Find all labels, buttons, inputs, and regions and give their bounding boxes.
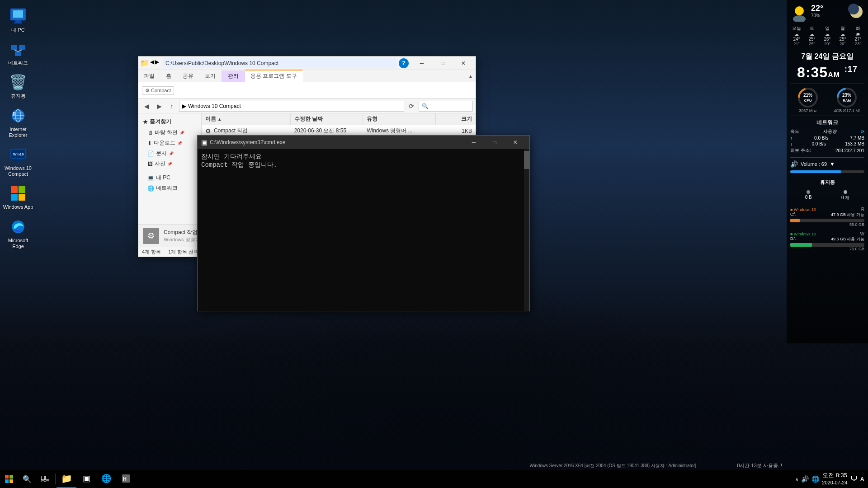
date-display: 7월 24일 금요일 (790, 52, 864, 61)
addr-up-btn[interactable]: ↑ (166, 101, 177, 112)
desktop-icon-msedge[interactable]: Microsoft Edge (0, 215, 36, 252)
col-date-header[interactable]: 수정한 날짜 (291, 113, 363, 125)
pin-icon-desktop[interactable]: 📌 (179, 131, 184, 135)
sidebar-item-network[interactable]: 🌐 네트워크 (138, 183, 201, 193)
desktop-icon-mypc[interactable]: 내 PC (0, 5, 36, 36)
drive-d-bar-bg (790, 243, 864, 247)
address-path[interactable]: ▶ Windows 10 Compact (179, 101, 404, 112)
tray-network-icon[interactable]: 🌐 (811, 475, 819, 483)
tray-volume-icon[interactable]: 🔊 (801, 475, 809, 483)
col-name-header[interactable]: 이름 ▲ (202, 113, 291, 125)
svg-rect-37 (41, 476, 45, 480)
network-refresh-icon[interactable]: ⟳ (861, 129, 864, 134)
mypc-sidebar-label: 내 PC (156, 174, 170, 182)
forecast-row: 오늘 ☁ 24° 21° 토 ☁ 25° 25° 일 ☁ 26° 20° 월 ☁… (790, 25, 864, 46)
volume-label: Volume : 69 (801, 161, 827, 167)
ribbon-collapse-btn[interactable]: ▲ (466, 74, 476, 79)
ribbon-tab-share[interactable]: 공유 (177, 70, 199, 82)
tray-expand-btn[interactable]: ∧ (795, 477, 798, 482)
external-ip-row: 외부 주소: 203.232.7.201 (790, 147, 864, 154)
cmd-maximize-btn[interactable]: □ (484, 136, 505, 149)
cmd-scrollbar[interactable] (524, 149, 529, 311)
svg-point-25 (795, 6, 804, 15)
divider-6 (790, 204, 864, 204)
weather-moon-icon (846, 4, 864, 22)
divider-2 (790, 84, 864, 84)
addr-refresh-btn[interactable]: ⟳ (406, 101, 417, 112)
ribbon-compact-btn[interactable]: ⚙ Compact (142, 86, 174, 95)
addr-back-btn[interactable]: ◀ (141, 101, 152, 112)
taskbar-file-explorer-btn[interactable]: 📁 (57, 470, 76, 488)
col-type-header[interactable]: 유형 (363, 113, 436, 125)
address-search-box[interactable]: 🔍 (419, 101, 473, 112)
external-ip: 203.232.7.201 (835, 148, 864, 153)
task-view-btn[interactable] (36, 470, 54, 488)
tray-time-display: 오전 8:35 (822, 472, 847, 479)
desktop-icon-ie[interactable]: e Internet Explorer (0, 104, 36, 141)
ribbon-tab-file[interactable]: 파일 (138, 70, 160, 82)
explorer-close-btn[interactable]: ✕ (453, 56, 474, 70)
svg-line-8 (18, 50, 22, 52)
sidebar-item-pictures[interactable]: 🖼 사진 📌 (138, 159, 201, 169)
sidebar-item-desktop[interactable]: 🖥 바탕 화면 📌 (138, 127, 201, 138)
weather-temp: 22° (811, 4, 844, 13)
msedge-icon (9, 218, 27, 236)
mypc-icon (9, 7, 27, 25)
taskbar-items: 📁 ▣ 🌐 H (57, 470, 795, 488)
drive-c-avail: 47.9 GB 사용 가능 (831, 212, 864, 218)
cmd-close-btn[interactable]: ✕ (505, 136, 526, 149)
taskbar-search-btn[interactable]: 🔍 (18, 470, 36, 488)
tray-lang-indicator[interactable]: A (860, 476, 864, 483)
cmd-minimize-btn[interactable]: ─ (463, 136, 484, 149)
tray-notification-btn[interactable]: 🗨 (850, 475, 858, 483)
ribbon-tabs-row: 파일 홈 공유 보기 관리 응용 프로그램 도구 ▲ (138, 70, 476, 82)
time-main: 8:35 (797, 64, 828, 80)
svg-rect-21 (19, 186, 25, 193)
cmd-line-1: 잠시만 기다려주세요 (201, 153, 526, 161)
desktop-icon-w10compact[interactable]: Win10 Windows 10 Compact (0, 143, 36, 180)
volume-down-icon[interactable]: ▼ (830, 161, 835, 167)
documents-label: 문서 (156, 150, 167, 157)
time-display: 8:35AM :17 (790, 64, 864, 81)
taskbar-cmd-btn[interactable]: ▣ (76, 470, 96, 488)
hwp-taskbar-icon: H (121, 474, 131, 483)
cmd-scrollbar-thumb (524, 151, 529, 169)
svg-rect-2 (15, 20, 21, 22)
ribbon-tab-app-tools[interactable]: 응용 프로그램 도구 (245, 70, 303, 82)
forward-small-btn[interactable]: ▶ (155, 59, 159, 67)
explorer-minimize-btn[interactable]: ─ (411, 56, 432, 70)
drive-d-label: D:\ (790, 236, 796, 242)
ribbon-tab-home[interactable]: 홈 (160, 70, 177, 82)
help-icon[interactable]: ? (399, 58, 409, 68)
col-size-header[interactable]: 크기 (436, 113, 476, 125)
ribbon-tab-view[interactable]: 보기 (199, 70, 222, 82)
start-button[interactable] (0, 470, 18, 488)
back-small-btn[interactable]: ◀ (150, 59, 154, 67)
desktop-icon-network[interactable]: 네트워크 (0, 38, 36, 69)
taskbar-ie-btn[interactable]: 🌐 (96, 470, 116, 488)
preview-info: Compact 작업 Windows 명령어 (164, 229, 200, 243)
pin-icon-pictures[interactable]: 📌 (167, 162, 172, 166)
desktop-icon-recycle[interactable]: 🗑️ 휴지통 (0, 70, 36, 102)
svg-rect-17 (15, 159, 21, 160)
explorer-maximize-btn[interactable]: □ (432, 56, 453, 70)
svg-rect-5 (19, 45, 25, 50)
pictures-label: 사진 (155, 160, 165, 168)
taskbar-separator-1 (55, 474, 56, 484)
sidebar-item-mypc[interactable]: 💻 내 PC (138, 173, 201, 183)
drive-d-header: ■ Windows 10 W (790, 231, 864, 236)
help-btn[interactable]: ? (399, 58, 410, 68)
pin-icon-documents[interactable]: 📌 (169, 151, 174, 156)
sidebar-item-documents[interactable]: 📄 문서 📌 (138, 148, 201, 159)
cpu-mhz: 3067 Mhz (799, 108, 817, 113)
desktop-icon-winapp[interactable]: Windows App (0, 182, 36, 213)
taskbar-hwp-btn[interactable]: H (116, 470, 136, 488)
sidebar-item-downloads[interactable]: ⬇ 다운로드 📌 (138, 138, 201, 148)
ribbon-tab-manage[interactable]: 관리 (222, 70, 245, 82)
addr-forward-btn[interactable]: ▶ (154, 101, 165, 112)
pin-icon-downloads[interactable]: 📌 (177, 141, 182, 145)
svg-rect-36 (9, 479, 13, 483)
winapp-icon (9, 184, 27, 202)
tray-clock[interactable]: 오전 8:35 2020-07-24 (822, 472, 847, 486)
preview-type: Windows 명령어 (164, 236, 200, 243)
